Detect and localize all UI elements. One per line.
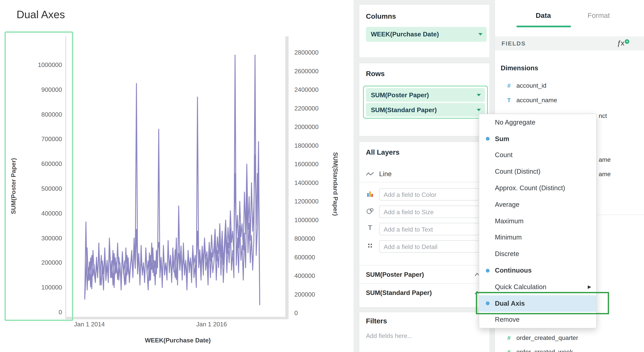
y-tick-label: 800000 — [23, 111, 62, 118]
menu-item-average[interactable]: Average — [479, 196, 596, 213]
menu-item-count[interactable]: Count — [479, 147, 596, 164]
chart-title: Dual Axes — [16, 8, 65, 21]
line-chart-icon — [366, 171, 374, 177]
menu-item-maximum[interactable]: Maximum — [479, 213, 596, 229]
menu-item-minimum[interactable]: Minimum — [479, 229, 596, 246]
y-tick-label: 0 — [23, 308, 62, 316]
dimension-account-name[interactable]: T account_name — [506, 96, 557, 104]
menu-item-quick-calculation[interactable]: Quick Calculation ▶ — [479, 279, 596, 295]
number-icon: # — [506, 82, 512, 89]
occluded-field-fragment: nct — [599, 112, 607, 119]
y-tick-label: 2400000 — [294, 86, 318, 93]
pill-label: SUM(Standard Paper) — [371, 106, 437, 114]
chart-type-label: Line — [379, 170, 392, 178]
y-tick-label: 1600000 — [294, 160, 318, 168]
number-icon: # — [506, 334, 512, 341]
filters-drop-target[interactable]: Add fields here... — [366, 332, 412, 339]
menu-item-count-distinct[interactable]: Count (Distinct) — [479, 164, 596, 180]
measure-label: SUM(Standard Paper) — [366, 289, 432, 296]
all-layers-panel: All Layers Line Add a field to Color Add… — [359, 142, 490, 308]
occluded-field-fragment: ame — [599, 156, 611, 163]
size-circles-icon — [366, 208, 374, 216]
y-tick-label: 200000 — [294, 291, 315, 298]
pill-label: SUM(Poster Paper) — [371, 91, 429, 98]
number-icon: # — [506, 348, 512, 352]
all-layers-header: All Layers — [366, 148, 400, 157]
fields-header: FIELDS — [502, 40, 526, 47]
rows-shelf: Rows SUM(Poster Paper) SUM(Standard Pape… — [359, 63, 490, 136]
y-tick-label: 1000000 — [23, 61, 62, 68]
tab-data[interactable]: Data — [522, 12, 564, 20]
y-tick-label: 600000 — [23, 160, 62, 167]
filters-panel: Filters Add fields here... — [359, 312, 490, 352]
dimension-order-created-quarter[interactable]: # order_created_quarter — [506, 334, 578, 341]
dimensions-header: Dimensions — [501, 64, 538, 72]
chevron-down-icon[interactable] — [478, 33, 482, 36]
x-tick-label: Jan 1 2016 — [187, 320, 236, 328]
menu-item-no-aggregate[interactable]: No Aggregate — [479, 114, 596, 130]
y-tick-label: 600000 — [294, 254, 315, 261]
color-field-target[interactable]: Add a field to Color — [379, 188, 479, 201]
color-bars-icon — [366, 191, 374, 199]
menu-item-sum[interactable]: Sum — [479, 130, 596, 147]
y-tick-label: 300000 — [23, 234, 62, 241]
detail-field-target[interactable]: Add a field to Detail — [379, 240, 479, 253]
menu-item-label: Quick Calculation — [495, 283, 546, 291]
y-tick-label: 2800000 — [294, 49, 318, 56]
field-label: account_id — [516, 82, 546, 89]
filters-header: Filters — [366, 317, 387, 326]
menu-item-approx-count-distinct[interactable]: Approx. Count (Distinct) — [479, 180, 596, 196]
rows-annotation-box: SUM(Poster Paper) SUM(Standard Paper) — [363, 86, 488, 119]
y-tick-label: 800000 — [294, 235, 315, 242]
field-label: order_created_week — [516, 348, 573, 352]
menu-item-discrete[interactable]: Discrete — [479, 246, 596, 262]
app-window: Dual Axes 010000020000030000040000050000… — [0, 0, 644, 352]
y-tick-label: 900000 — [23, 86, 62, 93]
chevron-down-icon[interactable] — [477, 108, 481, 111]
fields-bar: FIELDS ƒx+ — [495, 36, 644, 50]
chevron-down-icon[interactable] — [477, 94, 481, 96]
field-label: order_created_quarter — [516, 334, 578, 341]
columns-header: Columns — [366, 12, 396, 21]
rows-pill-sum-poster-paper[interactable]: SUM(Poster Paper) — [366, 88, 485, 102]
detail-dots-icon — [366, 243, 374, 250]
rows-pill-sum-standard-paper[interactable]: SUM(Standard Paper) — [366, 103, 485, 117]
columns-pill-week-purchase-date[interactable]: WEEK(Purchase Date) — [366, 27, 487, 42]
x-axis-title: WEEK(Purchase Date) — [116, 336, 240, 344]
submenu-arrow-icon: ▶ — [588, 284, 591, 290]
menu-item-remove[interactable]: Remove — [479, 312, 596, 328]
series-sum-standard-paper- — [85, 155, 260, 304]
columns-shelf: Columns WEEK(Purchase Date) — [359, 4, 490, 58]
y-tick-label: 1200000 — [294, 198, 318, 205]
pill-label: WEEK(Purchase Date) — [371, 30, 439, 38]
layer-measure-standard-paper[interactable]: SUM(Standard Paper) — [360, 283, 490, 302]
aggregation-context-menu: No Aggregate Sum Count Count (Distinct) … — [479, 114, 597, 328]
text-icon: T — [366, 224, 374, 232]
text-field-target[interactable]: Add a field to Text — [379, 223, 479, 236]
size-field-target[interactable]: Add a field to Size — [379, 206, 479, 218]
y-tick-label: 700000 — [23, 135, 62, 142]
menu-item-continuous[interactable]: Continuous — [479, 262, 596, 278]
active-tab-indicator — [516, 26, 571, 27]
layer-measure-poster-paper[interactable]: SUM(Poster Paper) — [360, 265, 490, 283]
right-axis-title: SUM(Standard Paper) — [332, 152, 339, 216]
chart-type-selector[interactable]: Line — [360, 166, 490, 182]
rows-header: Rows — [366, 70, 385, 78]
y-tick-label: 400000 — [23, 210, 62, 217]
chart-canvas: Dual Axes 010000020000030000040000050000… — [0, 0, 354, 352]
field-label: account_name — [516, 96, 557, 104]
y-tick-label: 100000 — [23, 284, 62, 291]
dimension-order-created-week[interactable]: # order_created_week — [506, 348, 573, 352]
dual-axis-line-chart — [66, 36, 290, 318]
dimension-account-id[interactable]: # account_id — [506, 82, 546, 89]
y-tick-label: 1800000 — [294, 142, 318, 149]
y-tick-label: 2600000 — [294, 68, 318, 74]
y-tick-label: 0 — [294, 309, 298, 316]
x-tick-label: Jan 1 2014 — [65, 320, 114, 328]
tab-format[interactable]: Format — [578, 12, 619, 20]
menu-item-dual-axis[interactable]: Dual Axis — [479, 295, 596, 312]
add-calculated-field-button[interactable]: ƒx+ — [617, 39, 629, 48]
left-axis-title: SUM(Poster Paper) — [10, 158, 17, 214]
y-tick-label: 200000 — [23, 259, 62, 266]
y-tick-label: 500000 — [23, 185, 62, 192]
